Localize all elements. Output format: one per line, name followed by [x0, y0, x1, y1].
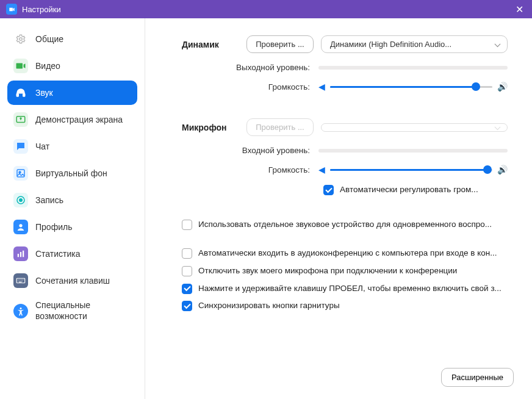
sidebar-item-label: Звук: [35, 88, 53, 98]
svg-point-13: [20, 307, 22, 309]
sidebar-item-label: Видео: [35, 61, 60, 71]
output-level-label: Выходной уровень:: [182, 63, 318, 72]
sidebar-item-share-screen[interactable]: Демонстрация экрана: [7, 107, 137, 132]
sidebar-item-profile[interactable]: Профиль: [7, 215, 137, 239]
separate-audio-device-checkbox[interactable]: [182, 220, 192, 230]
space-to-unmute-checkbox[interactable]: [182, 284, 192, 294]
svg-rect-2: [23, 94, 25, 97]
sidebar-item-label: Профиль: [35, 222, 72, 232]
speaker-volume-label: Громкость:: [182, 82, 318, 92]
gear-icon: [13, 32, 28, 46]
sidebar-item-label: Статистика: [35, 249, 81, 259]
speaker-device-select[interactable]: Динамики (High Definition Audio...: [321, 35, 508, 53]
microphone-volume-label: Громкость:: [182, 165, 318, 174]
main-panel: Динамик Проверить ... Динамики (High Def…: [145, 18, 532, 399]
volume-high-icon: 🔊: [497, 82, 508, 92]
sidebar-item-label: Сочетания клавиш: [35, 276, 110, 286]
sidebar-item-virtual-bg[interactable]: Виртуальный фон: [7, 161, 137, 185]
sidebar-item-recording[interactable]: Запись: [7, 188, 137, 212]
window-title: Настройки: [22, 5, 61, 14]
svg-point-7: [20, 199, 23, 202]
mute-mic-on-join-checkbox[interactable]: [182, 266, 192, 276]
svg-rect-9: [18, 254, 19, 257]
profile-icon: [13, 220, 28, 234]
test-microphone-button[interactable]: Проверить ...: [246, 118, 314, 136]
sidebar-item-label: Демонстрация экрана: [35, 115, 123, 124]
svg-rect-10: [20, 252, 21, 257]
volume-low-icon: ◀: [318, 165, 325, 174]
sidebar-item-shortcuts[interactable]: Сочетания клавиш: [7, 268, 137, 293]
keyboard-icon: [13, 273, 28, 288]
mute-mic-on-join-label: Отключить звук моего микрофона при подкл…: [198, 265, 508, 277]
share-screen-icon: [13, 112, 28, 127]
statistics-icon: [13, 246, 28, 261]
auto-adjust-mic-checkbox[interactable]: [323, 185, 334, 195]
volume-low-icon: ◀: [318, 82, 325, 92]
headphones-icon: [13, 85, 28, 100]
svg-rect-11: [23, 251, 24, 257]
microphone-input-meter: [318, 149, 508, 153]
microphone-section-title: Микрофон: [182, 123, 246, 132]
microphone-volume-slider[interactable]: [330, 169, 492, 171]
svg-point-8: [19, 224, 22, 227]
sidebar-item-label: Виртуальный фон: [35, 168, 107, 178]
svg-point-5: [19, 171, 21, 173]
app-icon: [6, 4, 17, 15]
record-icon: [13, 193, 28, 207]
space-to-unmute-label: Нажмите и удерживайте клавишу ПРОБЕЛ, чт…: [198, 283, 508, 295]
speaker-volume-slider[interactable]: [330, 86, 492, 88]
sidebar-item-label: Запись: [35, 195, 63, 205]
speaker-section-title: Динамик: [182, 40, 246, 49]
sidebar-item-video[interactable]: Видео: [7, 54, 137, 78]
chat-icon: [13, 139, 28, 154]
titlebar: Настройки ✕: [0, 0, 532, 18]
separate-audio-device-label: Использовать отдельное звуковое устройст…: [198, 219, 508, 231]
test-speaker-button[interactable]: Проверить ...: [246, 35, 314, 53]
volume-high-icon: 🔊: [497, 165, 508, 174]
sync-headset-checkbox[interactable]: [182, 301, 192, 311]
svg-point-0: [20, 38, 23, 41]
speaker-output-meter: [318, 66, 508, 70]
sidebar-item-label: Чат: [35, 142, 49, 151]
sidebar-item-chat[interactable]: Чат: [7, 134, 137, 159]
virtual-bg-icon: [13, 166, 28, 181]
sidebar-item-audio[interactable]: Звук: [7, 81, 137, 105]
svg-rect-1: [16, 94, 18, 97]
sync-headset-label: Синхронизировать кнопки гарнитуры: [198, 300, 508, 312]
sidebar-item-label: Общие: [35, 34, 63, 44]
auto-adjust-mic-label: Автоматически регулировать гром...: [340, 184, 508, 196]
sidebar: Общие Видео Звук Демонстрация экрана Чат…: [0, 18, 145, 399]
sidebar-item-accessibility[interactable]: Специальные возможности: [7, 295, 137, 326]
input-level-label: Входной уровень:: [182, 146, 318, 155]
auto-join-audio-label: Автоматически входить в аудиоконференцию…: [198, 248, 508, 259]
microphone-device-select[interactable]: [321, 123, 508, 132]
sidebar-item-general[interactable]: Общие: [7, 27, 137, 51]
close-icon[interactable]: ✕: [513, 4, 526, 15]
auto-join-audio-checkbox[interactable]: [182, 248, 192, 259]
accessibility-icon: [13, 304, 28, 318]
sidebar-item-label: Специальные возможности: [35, 300, 131, 322]
advanced-button[interactable]: Расширенные: [441, 368, 514, 387]
sidebar-item-statistics[interactable]: Статистика: [7, 242, 137, 266]
video-icon: [13, 59, 28, 73]
